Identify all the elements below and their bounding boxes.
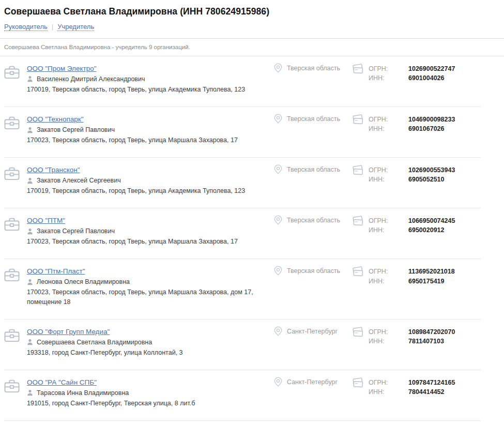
- organization-list: ООО "Пром Электро" Василенко Дмитрий Але…: [0, 56, 504, 425]
- ogrn-label: ОГРН:: [369, 216, 401, 225]
- registration-labels: ОГРН: ИНН:: [369, 165, 401, 184]
- briefcase-icon: [4, 266, 27, 282]
- inn-value: 6901004026: [408, 73, 455, 83]
- inn-value: 6901067026: [408, 124, 455, 133]
- director-line: Закатов Алексей Сергеевич: [27, 177, 267, 184]
- region-name: Тверская область: [287, 115, 340, 123]
- location-pin-icon: [274, 215, 282, 225]
- registration-values: 1089847202070 7811407103: [408, 327, 455, 346]
- organization-link[interactable]: ООО "РА "Сайн СПБ": [27, 378, 97, 386]
- briefcase-icon: [4, 114, 27, 130]
- inn-value: 7811407103: [408, 337, 455, 346]
- registration-values: 1066950074245 6950020912: [408, 216, 455, 235]
- registry-cards-icon: [352, 216, 364, 226]
- director-line: Закатов Сергей Павлович: [27, 126, 267, 133]
- organization-link[interactable]: ООО "ПТМ": [27, 217, 65, 224]
- registration-labels: ОГРН: ИНН:: [369, 327, 401, 346]
- ogrn-label: ОГРН:: [369, 64, 401, 73]
- registration-cell: ОГРН: ИНН: 1089847202070 7811407103: [352, 327, 481, 346]
- director-line: Закатов Сергей Павлович: [27, 227, 267, 235]
- inn-value: 6905052510: [408, 175, 455, 184]
- region-cell: Санкт-Петербург: [274, 377, 352, 387]
- organization-row: ООО "Форт Групп Медиа" Совершаева Светла…: [4, 320, 481, 370]
- location-pin-icon: [274, 326, 282, 336]
- inn-label: ИНН:: [369, 277, 401, 286]
- organization-address: 170023, Тверская область, город Тверь, у…: [27, 135, 267, 145]
- registry-cards-icon: [352, 327, 364, 338]
- region-cell: Тверская область: [274, 266, 352, 276]
- location-pin-icon: [274, 266, 282, 276]
- location-pin-icon: [274, 164, 282, 174]
- registration-values: 1026900553943 6905052510: [408, 165, 455, 184]
- organization-link[interactable]: ООО "Пром Электро": [27, 65, 97, 72]
- registry-cards-icon: [352, 266, 364, 277]
- briefcase-icon: [4, 64, 27, 79]
- registry-cards-icon: [352, 165, 364, 176]
- region-name: Тверская область: [287, 216, 340, 224]
- registration-labels: ОГРН: ИНН:: [369, 378, 401, 397]
- organization-address: 170019, Тверская область, город Тверь, у…: [27, 85, 267, 94]
- region-name: Санкт-Петербург: [287, 378, 338, 386]
- director-name: Закатов Сергей Павлович: [37, 227, 115, 235]
- person-icon: [27, 389, 33, 396]
- registration-labels: ОГРН: ИНН:: [369, 267, 401, 285]
- director-line: Тарасова Инна Владимировна: [27, 389, 267, 397]
- ogrn-label: ОГРН:: [369, 378, 401, 387]
- organization-row: ООО "Новые Проекты и Технологии" Соверша…: [4, 421, 481, 425]
- region-cell: Тверская область: [274, 216, 352, 225]
- organization-address: 191015, город Санкт-Петербург, Тверская …: [27, 399, 267, 408]
- organization-address: 170023, Тверская область, город Тверь, у…: [27, 287, 267, 306]
- ogrn-value: 1089847202070: [408, 327, 455, 337]
- director-line: Совершаева Светлана Владимировна: [27, 339, 267, 346]
- ogrn-label: ОГРН:: [369, 327, 401, 337]
- inn-value: 6950175419: [408, 277, 455, 286]
- director-line: Леонова Олеся Владимировна: [27, 278, 267, 285]
- inn-label: ИНН:: [369, 387, 401, 397]
- organization-link[interactable]: ООО "Технопарк": [27, 115, 83, 123]
- organization-info: ООО "Пром Электро" Василенко Дмитрий Але…: [27, 64, 274, 94]
- briefcase-icon: [4, 216, 27, 231]
- registration-values: 1046900098233 6901067026: [408, 115, 455, 133]
- organization-link[interactable]: ООО "Птм-Пласт": [27, 267, 85, 275]
- organization-info: ООО "Транскон" Закатов Алексей Сергеевич…: [27, 165, 274, 195]
- organization-info: ООО "ПТМ" Закатов Сергей Павлович 170023…: [27, 216, 274, 246]
- person-icon: [27, 228, 33, 235]
- inn-label: ИНН:: [369, 225, 401, 235]
- region-cell: Тверская область: [274, 114, 352, 124]
- region-name: Тверская область: [287, 165, 340, 174]
- inn-label: ИНН:: [369, 337, 401, 346]
- person-icon: [27, 339, 33, 345]
- person-icon: [27, 177, 33, 184]
- organization-row: ООО "ПТМ" Закатов Сергей Павлович 170023…: [4, 208, 481, 259]
- tab-uchreditel[interactable]: Учредитель: [57, 23, 94, 31]
- ogrn-value: 1097847124165: [408, 378, 455, 387]
- organization-info: ООО "Птм-Пласт" Леонова Олеся Владимиров…: [27, 266, 274, 306]
- tab-rukovoditel[interactable]: Руководитель: [4, 23, 48, 31]
- organization-row: ООО "Транскон" Закатов Алексей Сергеевич…: [4, 158, 481, 208]
- organization-address: 193318, город Санкт-Петербург, улица Кол…: [27, 348, 267, 357]
- briefcase-icon: [4, 377, 27, 393]
- director-name: Тарасова Инна Владимировна: [37, 389, 129, 397]
- briefcase-icon: [4, 165, 27, 180]
- location-pin-icon: [274, 377, 282, 387]
- tab-separator: |: [52, 23, 53, 31]
- ogrn-value: 1046900098233: [408, 115, 455, 124]
- registry-cards-icon: [352, 64, 364, 74]
- director-name: Совершаева Светлана Владимировна: [37, 339, 152, 346]
- registry-cards-icon: [352, 377, 364, 388]
- registration-cell: ОГРН: ИНН: 1136952021018 6950175419: [352, 266, 481, 285]
- location-pin-icon: [274, 114, 282, 124]
- organization-row: ООО "Пром Электро" Василенко Дмитрий Але…: [4, 56, 481, 107]
- briefcase-icon: [4, 327, 27, 342]
- organization-address: 170023, Тверская область, город Тверь, у…: [27, 237, 267, 246]
- director-name: Закатов Сергей Павлович: [37, 126, 115, 133]
- organization-link[interactable]: ООО "Форт Групп Медиа": [27, 328, 110, 336]
- ogrn-value: 1026900553943: [408, 165, 455, 175]
- registration-cell: ОГРН: ИНН: 1066950074245 6950020912: [352, 216, 481, 235]
- organization-link[interactable]: ООО "Транскон": [27, 166, 80, 174]
- person-icon: [27, 279, 33, 285]
- director-name: Леонова Олеся Владимировна: [37, 278, 130, 285]
- ogrn-value: 1026900522747: [408, 64, 455, 73]
- ogrn-value: 1066950074245: [408, 216, 455, 225]
- region-cell: Тверская область: [274, 64, 352, 73]
